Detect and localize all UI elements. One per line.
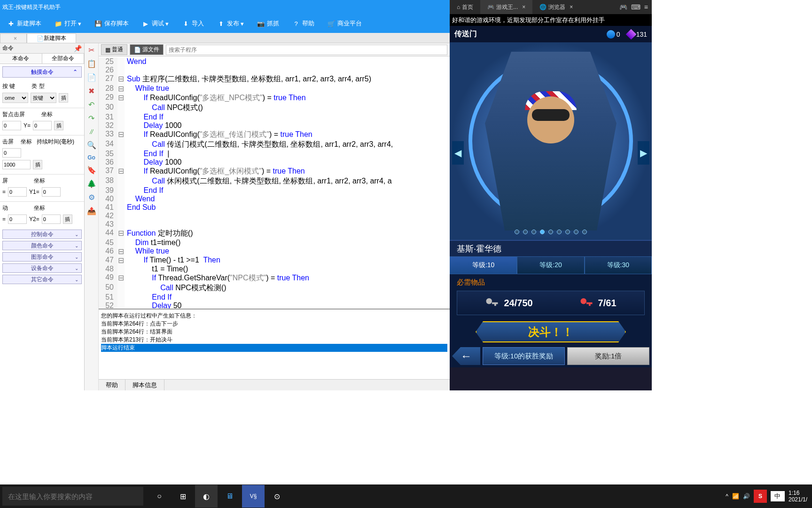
more-icon[interactable]: ≡: [644, 3, 648, 11]
redo-icon[interactable]: ↷: [88, 114, 94, 123]
go-icon[interactable]: Go: [87, 154, 95, 161]
emulator-window: ⌂首页 🎮游戏王...× 🌐浏览器× 🎮 ⌨ ≡ 好和谐的游戏环境，近期发现部分…: [450, 0, 652, 390]
tray-volume-icon[interactable]: 🔊: [743, 493, 750, 500]
x-input[interactable]: [2, 121, 21, 130]
control-commands[interactable]: 控制命令⌄: [2, 230, 82, 239]
key-select[interactable]: ome: [2, 93, 28, 103]
duel-button[interactable]: 决斗！！: [476, 321, 626, 342]
undo-icon[interactable]: ↶: [88, 100, 94, 109]
taskbar-app-1[interactable]: ◐: [195, 485, 218, 508]
tab-browser[interactable]: 🌐浏览器×: [532, 0, 580, 14]
screenshot-button[interactable]: 📷抓抓: [252, 16, 283, 31]
script-info-tab[interactable]: 脚本信息: [125, 380, 164, 390]
dot[interactable]: [531, 230, 536, 234]
insert-button[interactable]: 插: [63, 214, 72, 224]
pin-icon[interactable]: 📌: [74, 45, 82, 52]
y1-input[interactable]: [42, 187, 61, 197]
save-button[interactable]: 💾保存脚本: [90, 16, 133, 31]
code-editor[interactable]: 25Wend2627⊟Sub 主程序(二维数组, 卡牌类型数组, 坐标数组, a…: [99, 56, 450, 309]
normal-view-button[interactable]: ▦普通: [101, 44, 127, 55]
chevron-down-icon: ▾: [78, 20, 81, 27]
delete-icon[interactable]: ✖: [88, 87, 94, 95]
level-30-tab[interactable]: 等级:30: [585, 256, 652, 274]
bookmark-icon[interactable]: 🔖: [87, 166, 96, 175]
cortana-icon[interactable]: ○: [148, 485, 171, 508]
other-commands[interactable]: 其它命令⌄: [2, 275, 82, 284]
paste-icon[interactable]: 📄: [87, 73, 96, 82]
reward-button[interactable]: 等级:10的获胜奖励: [483, 347, 565, 365]
help-button[interactable]: ?帮助: [288, 16, 318, 31]
dot[interactable]: [523, 230, 528, 234]
dot[interactable]: [565, 230, 570, 234]
insert-button[interactable]: 插: [33, 160, 42, 169]
duration-input[interactable]: [2, 160, 31, 169]
currency-gems[interactable]: 131: [627, 31, 647, 38]
import-button[interactable]: ⬇导入: [177, 16, 208, 31]
insert-button[interactable]: 插: [54, 121, 63, 130]
close-icon[interactable]: ×: [522, 4, 525, 10]
touch-command-header[interactable]: 触摸命令⌃: [2, 66, 82, 78]
publish-button[interactable]: ⬆发布▾: [212, 16, 248, 31]
shape-commands[interactable]: 图形命令⌄: [2, 252, 82, 262]
debug-button[interactable]: ▶调试▾: [137, 16, 172, 31]
y-input[interactable]: [33, 121, 52, 130]
settings-icon[interactable]: ⚙: [88, 193, 95, 202]
tray-network-icon[interactable]: 📶: [732, 493, 739, 500]
tab-1[interactable]: ×: [0, 33, 27, 43]
open-button[interactable]: 📁打开▾: [50, 16, 85, 31]
dot[interactable]: [540, 230, 545, 234]
type-select[interactable]: 按键: [31, 93, 56, 103]
dot[interactable]: [582, 230, 587, 234]
copy-icon[interactable]: 📋: [87, 59, 96, 68]
dot[interactable]: [515, 230, 519, 234]
windows-search[interactable]: [2, 487, 143, 506]
currency-coins[interactable]: 0: [607, 30, 620, 39]
value-input[interactable]: [2, 148, 21, 158]
close-icon[interactable]: ×: [14, 35, 17, 42]
next-character-button[interactable]: ▶: [638, 141, 649, 165]
new-script-button[interactable]: ✚新建脚本: [2, 16, 45, 31]
cut-icon[interactable]: ✂: [88, 46, 94, 55]
value-input[interactable]: [8, 214, 27, 224]
tray-sogou-icon[interactable]: S: [754, 490, 767, 503]
item-silver-key: 24/750: [485, 296, 532, 310]
biz-button[interactable]: 🛒商业平台: [323, 16, 366, 31]
dot[interactable]: [574, 230, 578, 234]
search-icon[interactable]: 🔍: [87, 141, 96, 150]
level-20-tab[interactable]: 等级:20: [517, 256, 584, 274]
value-input[interactable]: [8, 187, 27, 197]
tray-ime-icon[interactable]: 中: [771, 491, 785, 501]
tree-icon[interactable]: 🌲: [87, 179, 96, 188]
task-view-icon[interactable]: ⊞: [172, 485, 194, 508]
tab-home[interactable]: ⌂首页: [450, 0, 480, 14]
dot[interactable]: [548, 230, 553, 234]
back-button[interactable]: ←: [452, 347, 480, 365]
taskbar-app-obs[interactable]: ⊙: [265, 485, 288, 508]
gamepad-icon[interactable]: 🎮: [619, 3, 627, 11]
taskbar-app-visio[interactable]: V§: [242, 485, 265, 508]
tab-game[interactable]: 🎮游戏王...×: [480, 0, 532, 14]
taskbar-app-2[interactable]: 🖥: [219, 485, 241, 508]
insert-button[interactable]: 插: [59, 93, 68, 103]
color-commands[interactable]: 颜色命令⌄: [2, 241, 82, 250]
tray-clock[interactable]: 1:162021/1/: [789, 490, 807, 503]
export-icon[interactable]: 📤: [87, 206, 96, 215]
y2-input[interactable]: [42, 214, 61, 224]
source-view-button[interactable]: 📄源文件: [130, 44, 164, 55]
tab-my-commands[interactable]: 本命令: [0, 54, 42, 64]
level-10-tab[interactable]: 等级:10: [450, 256, 517, 274]
tray-chevron-icon[interactable]: ^: [726, 493, 728, 500]
tab-all-commands[interactable]: 全部命令: [42, 54, 85, 64]
device-commands[interactable]: 设备命令⌄: [2, 263, 82, 273]
help-tab[interactable]: 帮助: [99, 380, 125, 390]
type-label: 类 型: [31, 82, 44, 90]
dot[interactable]: [557, 230, 562, 234]
bonus-button[interactable]: 奖励:1倍: [567, 347, 649, 365]
prev-character-button[interactable]: ◀: [452, 141, 464, 165]
subroutine-search[interactable]: [166, 45, 447, 55]
keyboard-icon[interactable]: ⌨: [631, 3, 640, 11]
coord-label: 坐标: [34, 204, 45, 212]
close-icon[interactable]: ×: [570, 4, 573, 10]
tab-new-script[interactable]: 📄新建脚本: [27, 33, 76, 43]
comment-icon[interactable]: ⫽: [88, 127, 95, 136]
